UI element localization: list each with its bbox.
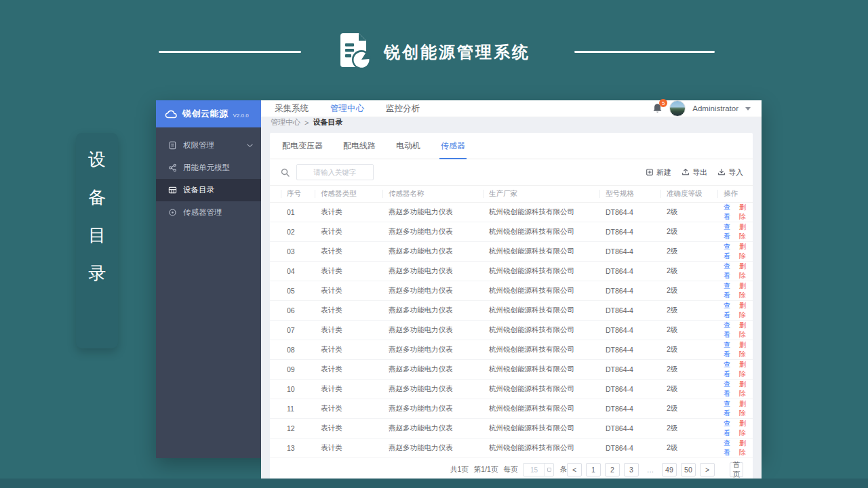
delete-link[interactable]: 删除: [739, 419, 750, 438]
view-link[interactable]: 查看: [724, 301, 734, 320]
cell-type: 表计类: [315, 266, 382, 276]
cell-no: 04: [281, 267, 315, 275]
cell-name: 燕赵多功能电力仪表: [382, 286, 483, 296]
main-content: 采集系统管理中心监控分析 5 Administrator 管理中心: [261, 100, 762, 458]
view-link[interactable]: 查看: [724, 222, 734, 241]
delete-link[interactable]: 删除: [739, 242, 750, 261]
cell-actions: 查看删除: [717, 419, 750, 438]
avatar[interactable]: [669, 100, 686, 117]
delete-link[interactable]: 删除: [739, 203, 750, 222]
tab-3[interactable]: 传感器: [439, 133, 467, 159]
cell-model: DT864-4: [599, 247, 660, 256]
page-button-49[interactable]: 49: [662, 463, 677, 476]
delete-link[interactable]: 删除: [739, 439, 750, 458]
cell-name: 燕赵多功能电力仪表: [382, 365, 483, 374]
cell-grade: 2级: [660, 404, 717, 413]
cell-vendor: 杭州锐创能源科技有限公司: [483, 404, 599, 413]
user-name[interactable]: Administrator: [692, 104, 738, 113]
tab-2[interactable]: 电动机: [395, 133, 422, 159]
sidebar-item[interactable]: 权限管理: [156, 134, 261, 157]
current-page-text: 第1/1页: [474, 465, 498, 474]
delete-link[interactable]: 删除: [739, 340, 750, 359]
delete-link[interactable]: 删除: [739, 380, 750, 399]
prev-page-button[interactable]: <: [567, 463, 582, 476]
cell-actions: 查看删除: [717, 360, 750, 379]
home-page-button[interactable]: 首页: [730, 462, 743, 477]
side-tag-device-catalog: 设备目录: [76, 133, 118, 348]
table-body: 01表计类燕赵多功能电力仪表杭州锐创能源科技有限公司DT864-42级查看删除0…: [270, 203, 753, 458]
action-label: 新建: [656, 167, 671, 178]
sidebar-item[interactable]: 传感器管理: [156, 201, 261, 224]
cell-name: 燕赵多功能电力仪表: [382, 306, 483, 315]
device-catalog-icon: [168, 186, 177, 195]
page-button-1[interactable]: 1: [586, 463, 601, 476]
bottom-strip: [0, 479, 868, 488]
cell-grade: 2级: [660, 227, 717, 237]
page-ellipsis: …: [643, 463, 658, 476]
import-button[interactable]: 导入: [717, 167, 743, 178]
total-pages-text: 共1页: [450, 465, 469, 474]
breadcrumb: 管理中心 > 设备目录: [261, 117, 762, 127]
user-menu-caret-icon[interactable]: [745, 107, 751, 110]
cell-vendor: 杭州锐创能源科技有限公司: [483, 443, 599, 453]
column-header: 生产厂家: [483, 190, 599, 198]
view-link[interactable]: 查看: [724, 321, 734, 340]
cell-vendor: 杭州锐创能源科技有限公司: [483, 286, 599, 296]
page-button-50[interactable]: 50: [681, 463, 696, 476]
delete-link[interactable]: 删除: [739, 360, 750, 379]
sidebar-item[interactable]: 设备目录: [156, 179, 261, 201]
content-background: 配电变压器配电线路电动机传感器 新建导出导入 序号传感器类型传感器名称生产厂家型…: [261, 127, 762, 488]
topnav-item[interactable]: 采集系统: [275, 103, 309, 115]
per-page-value: 15: [524, 466, 544, 474]
cell-name: 燕赵多功能电力仪表: [382, 424, 483, 433]
topnav-item[interactable]: 管理中心: [330, 103, 364, 115]
table-row: 09表计类燕赵多功能电力仪表杭州锐创能源科技有限公司DT864-42级查看删除: [270, 360, 753, 380]
view-link[interactable]: 查看: [724, 281, 734, 300]
new-icon: [646, 168, 654, 176]
view-link[interactable]: 查看: [724, 203, 734, 222]
table-row: 08表计类燕赵多功能电力仪表杭州锐创能源科技有限公司DT864-42级查看删除: [270, 340, 753, 360]
view-link[interactable]: 查看: [724, 439, 734, 458]
table-toolbar: 新建导出导入: [270, 159, 753, 185]
cell-type: 表计类: [315, 404, 382, 413]
pagination: 共1页 第1/1页 每页 15 条 <123…4950> 首页: [270, 458, 753, 481]
breadcrumb-parent[interactable]: 管理中心: [271, 117, 300, 127]
view-link[interactable]: 查看: [724, 360, 734, 379]
delete-link[interactable]: 删除: [739, 399, 750, 418]
page-button-3[interactable]: 3: [624, 463, 639, 476]
next-page-button[interactable]: >: [700, 463, 715, 476]
cell-actions: 查看删除: [717, 222, 750, 241]
view-link[interactable]: 查看: [724, 262, 734, 281]
tab-1[interactable]: 配电线路: [342, 133, 377, 159]
delete-link[interactable]: 删除: [739, 222, 750, 241]
view-link[interactable]: 查看: [724, 419, 734, 438]
cell-model: DT864-4: [599, 326, 660, 334]
delete-link[interactable]: 删除: [739, 321, 750, 340]
view-link[interactable]: 查看: [724, 380, 734, 399]
tab-0[interactable]: 配电变压器: [281, 133, 324, 159]
per-page-unit: 条: [559, 465, 567, 474]
page-button-2[interactable]: 2: [605, 463, 620, 476]
notifications-button[interactable]: 5: [652, 103, 663, 114]
cell-type: 表计类: [315, 345, 382, 354]
cell-vendor: 杭州锐创能源科技有限公司: [483, 345, 599, 354]
column-header: 操作: [717, 190, 750, 198]
notification-badge: 5: [659, 99, 667, 107]
device-table-card: 配电变压器配电线路电动机传感器 新建导出导入 序号传感器类型传感器名称生产厂家型…: [270, 133, 753, 481]
action-label: 导入: [728, 167, 743, 178]
cell-name: 燕赵多功能电力仪表: [382, 227, 483, 237]
export-button[interactable]: 导出: [682, 167, 707, 178]
search-input[interactable]: [296, 164, 374, 180]
view-link[interactable]: 查看: [724, 399, 734, 418]
delete-link[interactable]: 删除: [739, 281, 750, 300]
topnav-item[interactable]: 监控分析: [386, 103, 420, 115]
delete-link[interactable]: 删除: [739, 262, 750, 281]
new-button[interactable]: 新建: [646, 167, 671, 178]
delete-link[interactable]: 删除: [739, 301, 750, 320]
top-navigation: 采集系统管理中心监控分析: [275, 103, 420, 115]
sidebar-item[interactable]: 用能单元模型: [156, 157, 261, 179]
per-page-select[interactable]: 15: [523, 463, 554, 476]
system-logo-icon: [338, 32, 372, 73]
view-link[interactable]: 查看: [724, 242, 734, 261]
view-link[interactable]: 查看: [724, 340, 734, 359]
